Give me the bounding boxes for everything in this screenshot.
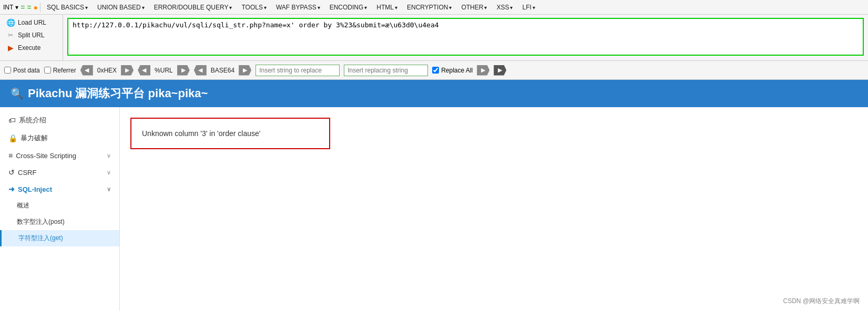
sidebar-item-bruteforce[interactable]: 🔒 暴力破解: [0, 129, 119, 147]
sidebar-item-csrf[interactable]: ↺ CSRF ∨: [0, 164, 119, 181]
referrer-label: Referrer: [53, 67, 76, 74]
tag-icon: 🏷: [8, 116, 16, 125]
status-dot-orange: ●: [34, 3, 38, 12]
url-arrow-left[interactable]: ◀: [138, 65, 150, 76]
execute-label: Execute: [18, 44, 40, 51]
menu-other[interactable]: OTHER: [457, 3, 491, 12]
watermark-text: CSDN @网络安全真难学啊: [783, 297, 860, 305]
load-url-icon: 🌐: [6, 18, 15, 27]
lock-icon: 🔒: [8, 134, 17, 142]
oxhex-arrow-right[interactable]: ▶: [121, 65, 134, 76]
url-arrow-right[interactable]: ▶: [177, 65, 190, 76]
execute-icon: ▶: [6, 44, 15, 52]
url-input[interactable]: http://127.0.0.1/pikachu/vul/sqli/sqli_s…: [67, 18, 864, 56]
sidebar-sub-numericpost[interactable]: 数字型注入(post): [0, 214, 119, 230]
sidebar-intro-label: 系统介绍: [19, 116, 46, 125]
csrf-icon: ↺: [8, 168, 15, 177]
menu-lfi[interactable]: LFI: [518, 3, 539, 12]
oxhex-arrow-left[interactable]: ◀: [80, 65, 93, 76]
int-selector[interactable]: INT ▾ = = ●: [3, 3, 38, 12]
insert-replace-field[interactable]: [256, 65, 340, 76]
replace-arrow-right[interactable]: ▶: [477, 65, 489, 76]
referrer-checkbox[interactable]: [44, 67, 51, 74]
sidebar-item-intro[interactable]: 🏷 系统介绍: [0, 111, 119, 129]
post-data-checkbox[interactable]: [4, 67, 11, 74]
base64-label: BASE64: [211, 67, 234, 74]
sqlinject-chevron: ∨: [107, 186, 111, 193]
sub-numericpost-label: 数字型注入(post): [17, 218, 65, 225]
menu-sql-basics[interactable]: SQL BASICS: [43, 3, 92, 12]
referrer-option[interactable]: Referrer: [44, 67, 76, 74]
menu-tools[interactable]: TOOLS: [237, 3, 270, 12]
separator: [40, 3, 40, 12]
arrow-icon: ➜: [8, 185, 15, 193]
oxhex-label: 0xHEX: [97, 67, 117, 74]
error-box: Unknown column '3' in 'order clause': [130, 118, 330, 149]
menu-waf-bypass[interactable]: WAF BYPASS: [272, 3, 324, 12]
menu-error-double[interactable]: ERROR/DOUBLE QUERY: [150, 3, 237, 12]
url-row: 🌐 Load URL ✂ Split URL ▶ Execute http://…: [0, 15, 868, 61]
list-icon: ≡: [8, 151, 13, 160]
menu-html[interactable]: HTML: [372, 3, 402, 12]
replace-all-option[interactable]: Replace All: [432, 67, 473, 74]
sidebar-sub-charget[interactable]: 字符型注入(get): [0, 230, 119, 246]
app-header: 🔍 Pikachu 漏洞练习平台 pika~pika~: [0, 80, 868, 107]
int-chevron: ▾: [15, 4, 18, 11]
xss-chevron: ∨: [107, 152, 111, 159]
menu-encoding[interactable]: ENCODING: [325, 3, 372, 12]
status-dots: = =: [21, 3, 31, 12]
replace-all-label: Replace All: [441, 67, 473, 74]
csrf-chevron: ∨: [107, 169, 111, 176]
sidebar-xss-label: Cross-Site Scripting: [16, 152, 76, 160]
error-message: Unknown column '3' in 'order clause': [142, 129, 260, 138]
app-title: Pikachu 漏洞练习平台 pika~pika~: [28, 86, 208, 101]
sidebar-item-xss[interactable]: ≡ Cross-Site Scripting ∨: [0, 147, 119, 164]
int-label: INT: [3, 4, 13, 11]
sidebar-sqlinject-label: SQL-Inject: [18, 185, 52, 193]
content-area: Unknown column '3' in 'order clause': [120, 107, 868, 311]
split-url-label: Split URL: [18, 32, 45, 39]
sub-overview-label: 概述: [17, 202, 29, 209]
sidebar-item-sqlinject[interactable]: ➜ SQL-Inject ∨: [0, 181, 119, 198]
menu-xss[interactable]: XSS: [492, 3, 517, 12]
search-icon: 🔍: [11, 87, 24, 100]
sidebar-bruteforce-label: 暴力破解: [21, 133, 48, 143]
load-url-label: Load URL: [18, 19, 46, 26]
menu-union-based[interactable]: UNION BASED: [93, 3, 149, 12]
split-url-icon: ✂: [6, 31, 15, 39]
extra-arrow[interactable]: ▶: [494, 65, 506, 76]
replace-all-checkbox[interactable]: [432, 67, 439, 74]
sidebar-sub-overview[interactable]: 概述: [0, 198, 119, 214]
watermark: CSDN @网络安全真难学啊: [783, 297, 860, 306]
sidebar-csrf-label: CSRF: [18, 169, 36, 177]
side-toolbar: 🌐 Load URL ✂ Split URL ▶ Execute: [0, 15, 63, 60]
execute-button[interactable]: ▶ Execute: [3, 42, 59, 54]
post-data-label: Post data: [13, 67, 40, 74]
url-encode-label: %URL: [155, 67, 173, 74]
base64-arrow-right[interactable]: ▶: [239, 65, 251, 76]
base64-arrow-left[interactable]: ◀: [194, 65, 207, 76]
menu-bar: INT ▾ = = ● SQL BASICS UNION BASED ERROR…: [0, 0, 868, 15]
menu-encryption[interactable]: ENCRYPTION: [403, 3, 456, 12]
sidebar: 🏷 系统介绍 🔒 暴力破解 ≡ Cross-Site Scripting ∨ ↺…: [0, 107, 120, 311]
main-layout: 🏷 系统介绍 🔒 暴力破解 ≡ Cross-Site Scripting ∨ ↺…: [0, 107, 868, 311]
url-input-area: http://127.0.0.1/pikachu/vul/sqli/sqli_s…: [63, 15, 868, 60]
post-data-option[interactable]: Post data: [4, 67, 40, 74]
load-url-button[interactable]: 🌐 Load URL: [3, 17, 59, 28]
options-bar: Post data Referrer ◀ 0xHEX ▶ ◀ %URL ▶ ◀ …: [0, 61, 868, 80]
insert-replacing-field[interactable]: [344, 65, 428, 76]
split-url-button[interactable]: ✂ Split URL: [3, 29, 59, 41]
sub-charget-label: 字符型注入(get): [18, 234, 63, 242]
